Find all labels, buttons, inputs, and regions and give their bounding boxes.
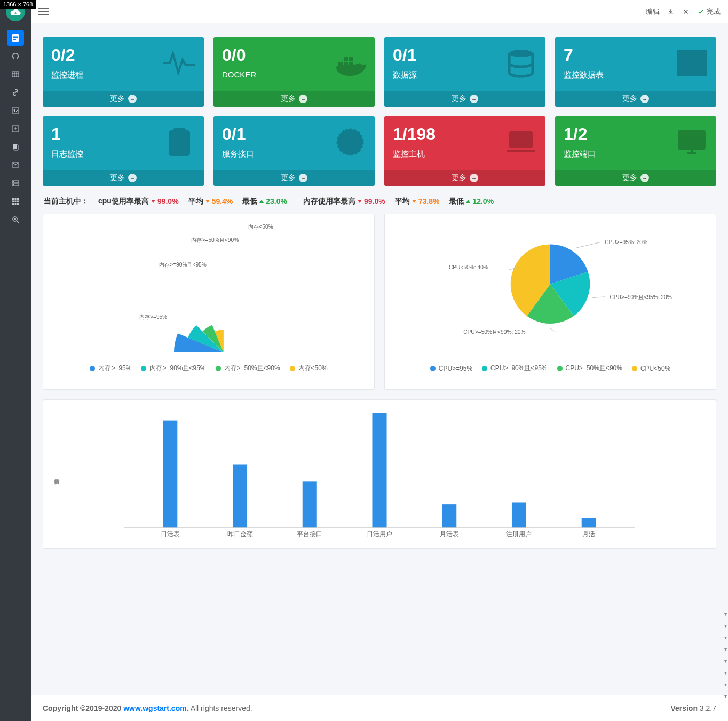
card-more-link[interactable]: 更多 — [43, 170, 204, 186]
sidebar-item-image[interactable] — [0, 101, 31, 120]
sidebar-nav — [0, 29, 31, 229]
grid-icon — [675, 48, 709, 80]
grid-icon — [7, 193, 24, 209]
mail-icon — [7, 157, 24, 173]
footer-right: Version 3.2.7 — [670, 704, 716, 712]
sidebar-item-dashboard[interactable] — [0, 29, 31, 47]
cpu-max-label: cpu使用率最高 — [98, 197, 149, 206]
db-icon — [504, 48, 538, 80]
cards-grid: 0/2监控进程更多0/0DOCKER更多0/1数据源更多7监控数据表更多1日志监… — [43, 37, 716, 186]
stat-card: 0/1服务接口API更多 — [213, 116, 375, 186]
svg-rect-75 — [442, 504, 456, 528]
edit-label: 编辑 — [646, 7, 660, 17]
mem-min-label: 最低 — [449, 197, 464, 206]
svg-text:内存>=95%: 内存>=95% — [139, 314, 167, 320]
rights: All rights reserved. — [189, 704, 252, 712]
main: 编辑 完成 0/2监控进程更多0/0DOCKER更多0/1数据源更多7监控数据表… — [31, 0, 728, 721]
footer-left: Copyright ©2019-2020 www.wgstart.com. Al… — [43, 704, 252, 712]
legend-item: 内存>=50%且<90% — [216, 364, 280, 373]
sidebar-item-copy[interactable] — [0, 138, 31, 156]
sidebar-item-link[interactable] — [0, 83, 31, 101]
sidebar-item-mail[interactable] — [0, 156, 31, 174]
footer-link[interactable]: www.wgstart.com. — [123, 704, 188, 712]
scroll-indicators: ▾▾▾▾▾▾▾▾ — [724, 611, 727, 700]
card-more-link[interactable]: 更多 — [213, 170, 375, 186]
svg-text:API: API — [345, 139, 355, 146]
up-icon — [259, 200, 264, 203]
svg-rect-28 — [17, 203, 19, 205]
top-actions: 编辑 完成 — [646, 7, 721, 17]
arrow-icon — [470, 174, 478, 182]
legend-item: 内存<50% — [290, 364, 328, 373]
cpu-min-label: 最低 — [242, 197, 257, 206]
legend-item: CPU<50% — [632, 364, 670, 373]
arrow-icon — [470, 95, 478, 103]
close-button[interactable] — [682, 8, 690, 15]
sidebar — [0, 0, 31, 721]
card-more-link[interactable]: 更多 — [384, 170, 545, 186]
gauge-icon — [7, 48, 24, 64]
svg-rect-36 — [344, 57, 348, 61]
mem-max-val: 99.0% — [364, 197, 385, 206]
svg-text:注册用户: 注册用户 — [506, 530, 532, 538]
done-button[interactable]: 完成 — [697, 7, 721, 17]
hamburger-button[interactable] — [38, 8, 49, 15]
sidebar-item-gauge[interactable] — [0, 47, 31, 65]
zoom-icon — [7, 211, 24, 228]
svg-rect-67 — [163, 421, 177, 528]
card-more-link[interactable]: 更多 — [555, 91, 716, 107]
svg-rect-23 — [12, 201, 14, 202]
arrow-icon — [299, 95, 307, 103]
svg-text:日活用户: 日活用户 — [367, 530, 392, 538]
card-more-link[interactable]: 更多 — [43, 91, 204, 107]
close-icon — [682, 8, 690, 15]
svg-text:CPU<50%: 40%: CPU<50%: 40% — [449, 264, 488, 270]
monitor-icon — [675, 127, 709, 159]
version: 3.2.7 — [700, 704, 716, 712]
svg-rect-4 — [12, 72, 19, 77]
arrow-icon — [128, 95, 137, 103]
mem-avg-val: 73.8% — [418, 197, 440, 206]
footer: Copyright ©2019-2020 www.wgstart.com. Al… — [31, 695, 728, 721]
cpu-pie-chart: CPU>=95%: 20%CPU>=90%且<95%: 20%CPU>=50%且… — [384, 214, 716, 390]
plus-square-icon — [7, 121, 24, 137]
sidebar-item-server[interactable] — [0, 174, 31, 192]
sidebar-item-grid[interactable] — [0, 192, 31, 210]
svg-text:内存<50%: 内存<50% — [248, 224, 273, 230]
api-icon: API — [333, 127, 367, 159]
card-more-link[interactable]: 更多 — [213, 91, 375, 107]
card-more-link[interactable]: 更多 — [384, 91, 545, 107]
mem-min-val: 12.0% — [472, 197, 494, 206]
clipboard-icon — [162, 127, 196, 159]
card-more-link[interactable]: 更多 — [555, 170, 716, 186]
svg-rect-2 — [13, 37, 18, 38]
cpu-max-val: 99.0% — [157, 197, 179, 206]
svg-text:CPU>=95%: 20%: CPU>=95%: 20% — [605, 239, 647, 245]
svg-line-59 — [576, 242, 600, 248]
download-icon — [667, 8, 675, 15]
sidebar-item-zoom[interactable] — [0, 210, 31, 229]
down-icon — [151, 200, 155, 203]
mem-avg-label: 平均 — [395, 197, 410, 206]
sidebar-item-add[interactable] — [0, 120, 31, 138]
download-button[interactable] — [667, 8, 675, 15]
cpu-min-val: 23.0% — [266, 197, 287, 206]
docker-icon — [333, 48, 367, 80]
legend-item: CPU>=50%且<90% — [557, 364, 622, 373]
svg-rect-51 — [510, 132, 532, 147]
svg-rect-77 — [512, 502, 526, 527]
stat-card: 0/1数据源更多 — [384, 37, 545, 107]
cpu-legend: CPU>=95%CPU>=90%且<95%CPU>=50%且<90%CPU<50… — [390, 364, 710, 373]
stats-prefix: 当前主机中： — [44, 197, 89, 206]
sidebar-item-table[interactable] — [0, 65, 31, 83]
image-icon — [7, 103, 24, 119]
svg-rect-27 — [15, 203, 17, 205]
down-icon — [412, 200, 416, 203]
svg-rect-52 — [679, 131, 705, 148]
copy-icon — [7, 139, 24, 155]
link-icon — [7, 84, 24, 100]
svg-text:CPU>=50%且<90%: 20%: CPU>=50%且<90%: 20% — [463, 329, 525, 335]
svg-text:平台接口: 平台接口 — [297, 530, 322, 538]
check-icon — [697, 8, 705, 15]
edit-button[interactable]: 编辑 — [646, 7, 660, 17]
